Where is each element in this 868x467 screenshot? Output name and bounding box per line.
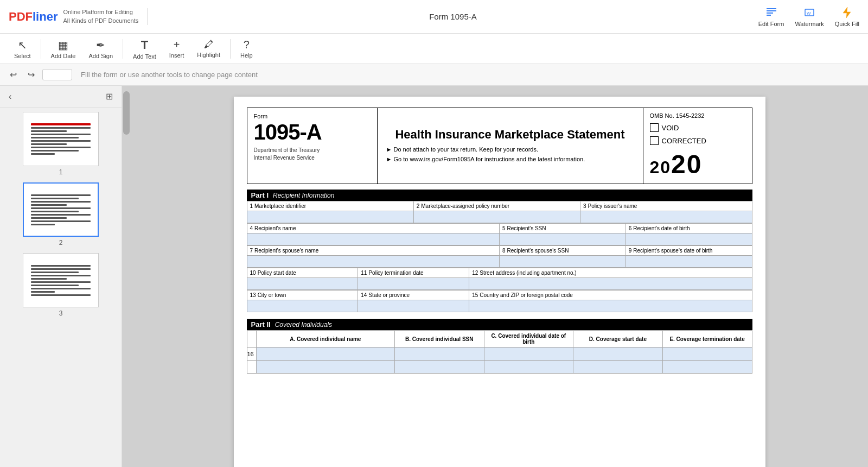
field-15-label: 15Country and ZIP or foreign postal code (469, 291, 752, 300)
add-sign-label: Add Sign (88, 53, 113, 59)
svg-text:W: W (807, 11, 811, 16)
form-header-left: Form 1095-A Department of the Treasury I… (247, 108, 378, 184)
help-label: Help (240, 52, 253, 59)
top-bar: PDFliner Online Platform for Editing All… (0, 0, 868, 34)
field-14-label: 14State or province (358, 291, 469, 300)
fields-row-3: 7Recipient's spouse's name 8Recipient's … (247, 245, 752, 268)
field-8-input[interactable] (500, 256, 626, 268)
thumb-content-2 (31, 191, 91, 229)
cov-header-c: C. Covered individual date of birth (484, 331, 573, 348)
omb-number: OMB No. 1545-2232 (650, 112, 745, 119)
cov-row-extra-e[interactable] (662, 361, 752, 374)
field-3-input[interactable] (580, 211, 752, 223)
void-checkbox[interactable] (650, 123, 659, 132)
page-thumb-2[interactable]: 2 (17, 182, 104, 247)
watermark-icon: W (803, 6, 816, 19)
corrected-label: CORRECTED (662, 137, 706, 145)
cov-row-16-c[interactable] (484, 348, 573, 361)
redo-button[interactable]: ↪ (24, 68, 38, 81)
edit-form-button[interactable]: Edit Form (758, 6, 784, 27)
logo-text: PDFliner (9, 10, 58, 23)
svg-rect-3 (767, 15, 771, 16)
svg-rect-2 (767, 12, 773, 14)
field-13-input[interactable] (247, 300, 358, 312)
field-14-input[interactable] (358, 300, 469, 312)
part1-title: Recipient Information (273, 192, 334, 199)
part2-title: Covered Individuals (275, 321, 332, 329)
quick-fill-button[interactable]: Quick Fill (835, 6, 859, 27)
scroll-bar[interactable] (122, 86, 131, 467)
highlight-tool[interactable]: 🖍 Highlight (192, 37, 226, 60)
page-thumb-1[interactable]: 1 (17, 112, 104, 176)
select-label: Select (14, 53, 31, 59)
field-11-input[interactable] (358, 278, 469, 290)
field-9-label: 9Recipient's spouse's date of birth (626, 246, 752, 256)
field-2-input[interactable] (413, 211, 580, 223)
cov-header-e: E. Coverage termination date (662, 331, 752, 348)
insert-icon: + (174, 39, 180, 51)
form-instructions: ► Do not attach to your tax return. Keep… (386, 145, 585, 164)
cov-row-16-e[interactable] (662, 348, 752, 361)
add-date-label: Add Date (51, 53, 76, 59)
add-date-tool[interactable]: ▦ Add Date (46, 36, 81, 61)
cov-row-extra-d[interactable] (573, 361, 663, 374)
part1-label: Part I (251, 191, 269, 199)
highlight-icon: 🖍 (204, 39, 214, 51)
cov-row-extra-num (247, 361, 256, 374)
field-9-input[interactable] (626, 256, 752, 268)
field-5-input[interactable] (500, 234, 626, 245)
covered-individuals-table: A. Covered individual name B. Covered in… (247, 330, 752, 374)
sidebar-collapse-button[interactable]: ‹ (5, 91, 15, 103)
svg-marker-6 (843, 7, 851, 18)
sidebar-thumbnails-button[interactable]: ⊞ (103, 90, 116, 103)
field-1-input[interactable] (247, 211, 413, 223)
field-1-label: 1Marketplace identifier (247, 201, 413, 211)
field-7-label: 7Recipient's spouse's name (247, 246, 500, 256)
cov-row-16-d[interactable] (573, 348, 663, 361)
add-sign-tool[interactable]: ✒ Add Sign (83, 36, 118, 61)
add-text-label: Add Text (133, 53, 156, 60)
cov-row-16: 16 (247, 348, 752, 361)
page-image-3 (23, 253, 99, 307)
corrected-row: CORRECTED (650, 136, 745, 145)
logo-area: PDFliner Online Platform for Editing All… (9, 8, 148, 25)
page-num-3: 3 (59, 310, 63, 317)
field-12-input[interactable] (469, 278, 752, 290)
field-10-input[interactable] (247, 278, 358, 290)
select-tool[interactable]: ↖ Select (9, 36, 36, 61)
logo-subtitle: Online Platform for Editing All Kinds of… (63, 8, 138, 25)
watermark-button[interactable]: W Watermark (795, 6, 824, 27)
page-num-1: 1 (59, 168, 63, 176)
cov-row-16-a[interactable] (256, 348, 394, 361)
cov-row-extra-c[interactable] (484, 361, 573, 374)
field-6-input[interactable] (626, 234, 752, 245)
svg-rect-0 (767, 8, 776, 9)
form-header-right: OMB No. 1545-2232 VOID CORRECTED 2020 (643, 108, 752, 184)
page-thumb-3[interactable]: 3 (17, 253, 104, 317)
cov-header-d: D. Coverage start date (573, 331, 663, 348)
corrected-checkbox[interactable] (650, 136, 659, 145)
field-4-input[interactable] (247, 234, 500, 245)
scroll-thumb[interactable] (123, 91, 130, 135)
insert-tool[interactable]: + Insert (164, 36, 190, 61)
select-icon: ↖ (18, 39, 27, 52)
part2-label: Part II (251, 320, 271, 329)
quick-fill-label: Quick Fill (835, 21, 859, 27)
sidebar-pages: 1 (0, 108, 122, 467)
help-icon: ? (244, 39, 250, 51)
cov-row-extra-a[interactable] (256, 361, 394, 374)
field-11-label: 11Policy termination date (358, 268, 469, 278)
field-2-label: 2Marketplace-assigned policy number (413, 201, 580, 211)
edit-form-label: Edit Form (758, 21, 784, 27)
undo-button[interactable]: ↩ (7, 68, 20, 81)
help-tool[interactable]: ? Help (235, 36, 258, 61)
doc-area[interactable]: Form 1095-A Department of the Treasury I… (131, 86, 868, 467)
field-7-input[interactable] (247, 256, 500, 268)
cov-row-extra-b[interactable] (394, 361, 484, 374)
field-6-label: 6Recipient's date of birth (626, 224, 752, 234)
field-15-input[interactable] (469, 300, 752, 312)
zoom-input[interactable]: 150% (42, 69, 72, 80)
add-sign-icon: ✒ (96, 39, 105, 52)
cov-row-16-b[interactable] (394, 348, 484, 361)
add-text-tool[interactable]: T Add Text (127, 36, 162, 62)
